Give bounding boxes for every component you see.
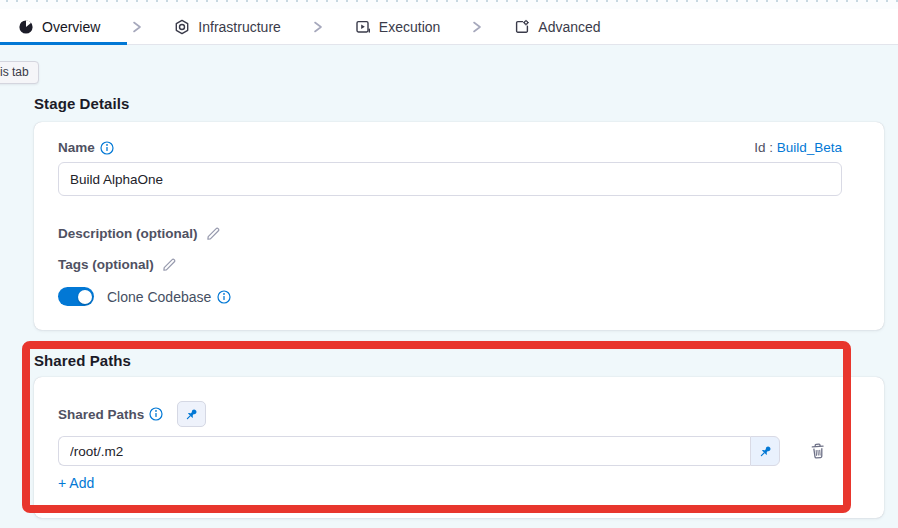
tab-overview-label: Overview xyxy=(42,19,100,35)
stage-id-link[interactable]: Build_Beta xyxy=(777,140,842,155)
shared-paths-heading: Shared Paths xyxy=(34,352,131,369)
tab-execution-label: Execution xyxy=(379,19,440,35)
edit-description-pencil-icon[interactable] xyxy=(206,226,221,241)
tab-advanced[interactable]: Advanced xyxy=(514,19,600,35)
clone-codebase-toggle[interactable] xyxy=(58,287,94,306)
box-gear-icon xyxy=(514,19,530,35)
name-label: Name xyxy=(58,140,114,155)
shared-path-input-group xyxy=(58,436,780,466)
info-icon[interactable] xyxy=(100,141,114,155)
shared-paths-label: Shared Paths xyxy=(58,407,163,422)
stage-details-card: Name Id : Build_Beta Description (option… xyxy=(34,122,884,330)
tooltip-text: is tab xyxy=(0,65,29,79)
tooltip: is tab xyxy=(0,61,39,84)
chevron-right-icon xyxy=(472,21,482,33)
stage-id: Id : Build_Beta xyxy=(754,140,842,155)
tab-infrastructure-label: Infrastructure xyxy=(198,19,280,35)
info-icon[interactable] xyxy=(217,290,231,304)
stage-details-heading: Stage Details xyxy=(34,95,130,112)
edit-tags-pencil-icon[interactable] xyxy=(162,257,177,272)
description-label: Description (optional) xyxy=(58,226,198,241)
stage-name-input[interactable] xyxy=(58,162,842,196)
shared-paths-card: Shared Paths + Add xyxy=(34,377,884,518)
pin-runtime-input-button[interactable] xyxy=(177,401,206,427)
tab-advanced-label: Advanced xyxy=(538,19,600,35)
pie-chart-icon xyxy=(18,19,34,35)
play-box-icon xyxy=(355,19,371,35)
tab-execution[interactable]: Execution xyxy=(355,19,440,35)
clone-codebase-label: Clone Codebase xyxy=(107,289,231,305)
add-path-link[interactable]: + Add xyxy=(58,475,94,491)
pin-field-button[interactable] xyxy=(750,436,780,466)
tab-infrastructure[interactable]: Infrastructure xyxy=(174,19,280,35)
pipeline-canvas-strip xyxy=(0,0,898,9)
toggle-knob xyxy=(78,290,92,304)
info-icon[interactable] xyxy=(149,407,163,421)
stage-tab-bar: Overview Infrastructure Execution Advanc… xyxy=(0,9,898,45)
tags-label: Tags (optional) xyxy=(58,257,154,272)
active-tab-underline xyxy=(0,42,127,45)
chevron-right-icon xyxy=(313,21,323,33)
stage-id-label: Id : xyxy=(754,140,773,155)
shared-path-input[interactable] xyxy=(58,436,750,466)
tab-overview[interactable]: Overview xyxy=(18,19,100,35)
hexagon-nut-icon xyxy=(174,19,190,35)
delete-path-trash-icon[interactable] xyxy=(808,441,828,462)
chevron-right-icon xyxy=(132,21,142,33)
